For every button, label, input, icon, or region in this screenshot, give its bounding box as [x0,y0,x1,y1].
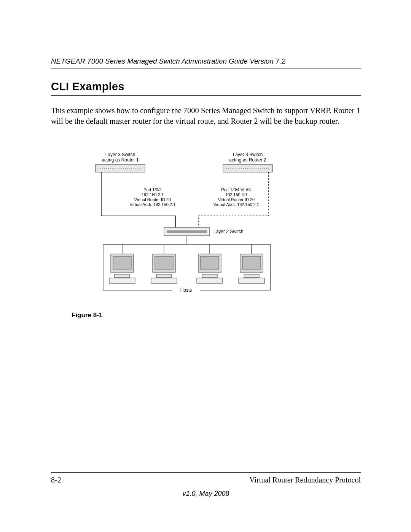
port2-l4: Virtual Addr. 192.150.2.1 [213,202,259,207]
svg-rect-12 [113,256,131,269]
port1-l1: Port 1/0/2 [143,187,162,192]
port1-l4: Virtual Addr. 192.150.2.1 [130,202,175,207]
svg-rect-26 [239,278,264,283]
port2-l2: 192.150.4.1 [225,192,247,197]
l2-switch-icon [164,227,210,236]
svg-rect-18 [151,278,177,283]
router2-label-l2: acting as Router 2 [229,157,266,163]
port2-l1: Port 1/0/4 VLAN [221,187,252,192]
svg-rect-17 [156,274,172,278]
svg-rect-13 [115,274,130,278]
hosts-label: Hosts [180,288,192,293]
port1-l3: Virtual Router ID 20 [134,197,171,202]
figure-caption: Figure 8-1 [72,312,361,319]
svg-rect-16 [155,256,173,269]
l2-switch-label: Layer 2 Switch [213,229,244,234]
document-page: NETGEAR 7000 Series Managed Switch Admin… [0,0,411,532]
router2-label-l1: Layer 3 Switch [233,152,263,157]
section-title: CLI Examples [51,80,361,96]
diagram-svg: Layer 3 Switch acting as Router 1 Layer … [88,149,324,302]
router1-label-l2: acting as Router 1 [102,157,139,163]
doc-version: v1.0, May 2008 [51,490,361,498]
host-4-icon [239,254,264,283]
host-3-icon [197,254,223,283]
port1-l2: 192.150.2.1 [142,192,164,197]
network-diagram: Layer 3 Switch acting as Router 1 Layer … [88,149,324,303]
page-number: 8-2 [51,476,61,484]
svg-rect-14 [109,278,135,283]
port2-l3: Virtual Router ID 20 [218,197,255,202]
chapter-title: Virtual Router Redundancy Protocol [249,476,361,484]
svg-rect-25 [244,274,259,278]
router2-device-icon [223,165,272,172]
svg-rect-5 [167,230,207,233]
svg-rect-24 [242,256,261,269]
router1-label-l1: Layer 3 Switch [105,152,135,157]
router1-device-icon [96,165,145,172]
host-2-icon [151,254,177,283]
page-footer: 8-2 Virtual Router Redundancy Protocol v… [51,472,361,498]
svg-rect-20 [201,256,219,269]
svg-rect-22 [197,278,223,283]
running-head: NETGEAR 7000 Series Managed Switch Admin… [51,57,361,69]
host-1-icon [109,254,135,283]
intro-paragraph: This example shows how to configure the … [51,105,361,126]
svg-rect-21 [202,274,217,278]
